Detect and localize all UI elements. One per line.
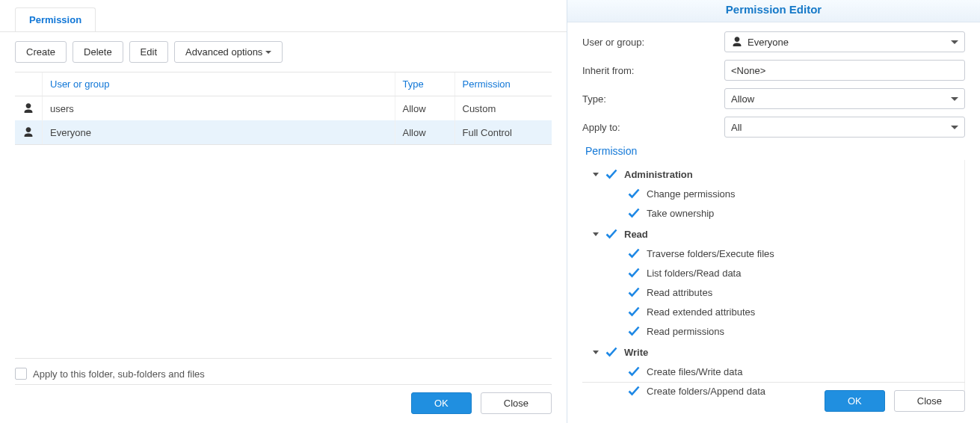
type-label: Type: xyxy=(582,93,724,105)
right-footer: OK Close xyxy=(582,382,965,412)
inherit-input[interactable]: <None> xyxy=(724,60,965,81)
apply-checkbox[interactable] xyxy=(15,368,27,380)
check-icon[interactable] xyxy=(605,167,618,181)
chevron-down-icon xyxy=(951,126,958,129)
tree-group-header[interactable]: Read xyxy=(593,224,964,244)
cell-user: users xyxy=(43,96,395,121)
cell-type: Allow xyxy=(395,96,454,121)
tree-item[interactable]: Read extended attributes xyxy=(593,302,964,321)
permission-section-label: Permission xyxy=(585,145,965,157)
close-button[interactable]: Close xyxy=(894,390,965,412)
check-icon[interactable] xyxy=(627,324,641,338)
tree-item-label: Create files/Write data xyxy=(647,366,742,377)
user-icon xyxy=(22,102,34,114)
check-icon[interactable] xyxy=(627,305,641,318)
tree-item-label: Read permissions xyxy=(647,326,724,337)
check-icon[interactable] xyxy=(627,285,641,299)
user-value: Everyone xyxy=(748,37,789,48)
chevron-down-icon xyxy=(265,51,271,54)
col-permission[interactable]: Permission xyxy=(454,72,552,96)
table-row[interactable]: usersAllowCustom xyxy=(15,96,552,121)
tree-item-label: Read attributes xyxy=(647,287,712,298)
editor-body: User or group: Everyone Inherit from: <N xyxy=(567,22,980,401)
expander-icon[interactable] xyxy=(593,232,599,236)
ok-button[interactable]: OK xyxy=(825,390,885,412)
permission-tree[interactable]: AdministrationChange permissionsTake own… xyxy=(582,160,965,401)
tab-bar: Permission xyxy=(0,0,567,32)
cell-permission: Custom xyxy=(454,96,552,121)
col-user[interactable]: User or group xyxy=(43,72,395,96)
check-icon[interactable] xyxy=(627,206,641,220)
check-icon[interactable] xyxy=(605,345,618,359)
edit-button[interactable]: Edit xyxy=(129,41,168,63)
toolbar: Create Delete Edit Advanced options xyxy=(0,32,567,72)
ok-button[interactable]: OK xyxy=(411,392,472,414)
applyto-value: All xyxy=(731,122,742,133)
cell-permission: Full Control xyxy=(454,120,552,144)
col-icon xyxy=(15,72,43,96)
permission-table: User or group Type Permission usersAllow… xyxy=(15,72,552,144)
expander-icon[interactable] xyxy=(593,173,599,176)
tree-group-header[interactable]: Administration xyxy=(593,164,964,184)
type-select[interactable]: Allow xyxy=(724,88,965,109)
expander-icon[interactable] xyxy=(593,351,599,354)
tree-group-header[interactable]: Write xyxy=(593,342,964,362)
tree-item[interactable]: Change permissions xyxy=(593,184,964,203)
tree-item-label: Traverse folders/Execute files xyxy=(647,248,774,259)
tree-item[interactable]: Traverse folders/Execute files xyxy=(593,244,964,263)
applyto-select[interactable]: All xyxy=(724,117,965,138)
check-icon[interactable] xyxy=(627,365,641,378)
cell-user: Everyone xyxy=(43,120,395,144)
tree-item[interactable]: Read permissions xyxy=(593,321,964,341)
tree-item[interactable]: List folders/Read data xyxy=(593,263,964,282)
tree-item[interactable]: Create files/Write data xyxy=(593,362,964,381)
cell-type: Allow xyxy=(395,120,454,144)
user-icon xyxy=(731,36,743,48)
tree-group-label: Read xyxy=(624,229,648,240)
advanced-options-button[interactable]: Advanced options xyxy=(174,41,283,63)
close-button[interactable]: Close xyxy=(481,392,552,414)
tab-permission[interactable]: Permission xyxy=(15,7,96,31)
tree-group-label: Administration xyxy=(624,169,693,180)
apply-row: Apply to this folder, sub-folders and fi… xyxy=(15,358,552,380)
apply-label: Apply to this folder, sub-folders and fi… xyxy=(33,368,205,380)
tree-group: ReadTraverse folders/Execute filesList f… xyxy=(593,224,964,341)
permission-editor-panel: Permission Editor User or group: Everyon… xyxy=(567,0,980,423)
tree-item-label: Read extended attributes xyxy=(647,306,755,318)
tree-group-label: Write xyxy=(624,347,648,358)
permission-panel: Permission Create Delete Edit Advanced o… xyxy=(0,0,567,423)
check-icon[interactable] xyxy=(627,187,641,200)
chevron-down-icon xyxy=(951,97,958,101)
tree-item-label: Change permissions xyxy=(647,188,736,200)
user-icon xyxy=(22,126,34,138)
check-icon[interactable] xyxy=(627,247,641,260)
user-label: User or group: xyxy=(582,37,724,48)
user-select[interactable]: Everyone xyxy=(724,31,965,52)
tree-item-label: Take ownership xyxy=(647,208,714,219)
advanced-options-label: Advanced options xyxy=(185,46,262,58)
applyto-label: Apply to: xyxy=(582,122,724,133)
table-row[interactable]: EveryoneAllowFull Control xyxy=(15,120,552,144)
check-icon[interactable] xyxy=(627,266,641,280)
delete-button[interactable]: Delete xyxy=(73,41,123,63)
tree-item[interactable]: Read attributes xyxy=(593,282,964,302)
permission-table-wrap: User or group Type Permission usersAllow… xyxy=(15,72,552,145)
check-icon[interactable] xyxy=(605,227,618,241)
col-type[interactable]: Type xyxy=(395,72,454,96)
chevron-down-icon xyxy=(951,40,958,44)
tree-group: AdministrationChange permissionsTake own… xyxy=(593,164,964,223)
inherit-label: Inherit from: xyxy=(582,65,724,76)
left-footer: OK Close xyxy=(15,384,552,414)
type-value: Allow xyxy=(731,93,754,105)
tree-item-label: List folders/Read data xyxy=(647,268,741,279)
editor-title: Permission Editor xyxy=(567,0,980,22)
create-button[interactable]: Create xyxy=(15,41,67,63)
tree-item[interactable]: Take ownership xyxy=(593,203,964,223)
inherit-value: <None> xyxy=(731,65,765,76)
